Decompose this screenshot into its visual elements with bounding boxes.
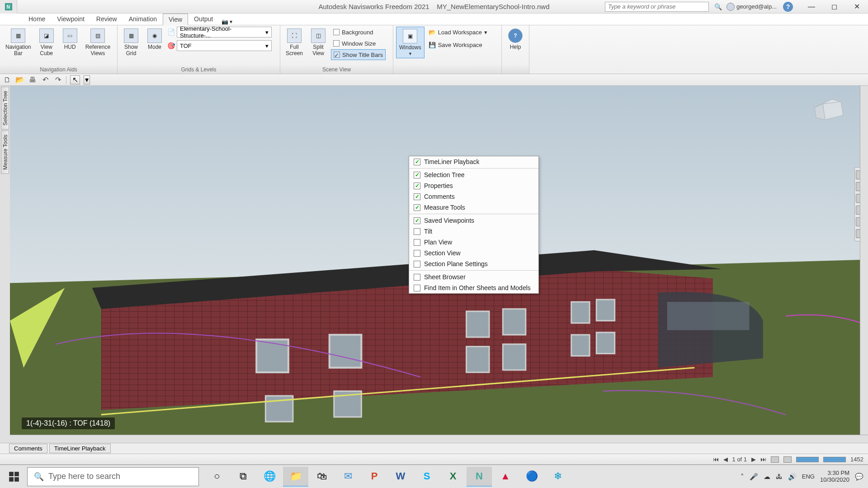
maximize-button[interactable]: ◻: [823, 0, 845, 14]
minimize-button[interactable]: —: [800, 0, 823, 14]
app-menu-button[interactable]: N: [0, 0, 17, 14]
help-icon[interactable]: ?: [783, 2, 793, 12]
excel-icon[interactable]: X: [440, 467, 466, 487]
edge-icon[interactable]: 🌐: [257, 467, 282, 487]
save-workspace-button[interactable]: 💾Save Workspace: [426, 39, 490, 50]
show-grid-button[interactable]: ▦Show Grid: [120, 27, 142, 58]
sheet-nav-next-icon[interactable]: ▶: [751, 456, 756, 463]
network-icon[interactable]: 🖧: [776, 473, 783, 480]
store-icon[interactable]: 🛍: [309, 467, 335, 487]
volume-icon[interactable]: 🔊: [788, 473, 797, 481]
background-button[interactable]: Background: [331, 27, 386, 38]
vertical-scrollbar[interactable]: [860, 86, 868, 435]
task-view-icon[interactable]: ⧉: [231, 467, 256, 487]
grid-structure-dropdown[interactable]: Elementary-School-Structure-...▾: [177, 27, 272, 38]
tab-animation[interactable]: Animation: [123, 13, 163, 25]
windows-menu-item[interactable]: ✓Measure Tools: [409, 202, 538, 213]
tab-review[interactable]: Review: [90, 13, 123, 25]
infocenter-search-input[interactable]: [605, 2, 709, 12]
checkbox-icon: [333, 40, 340, 47]
view-cube-button[interactable]: ◪View Cube: [36, 27, 57, 58]
measure-tools-tab[interactable]: Measure Tools: [1, 131, 9, 174]
comments-tab[interactable]: Comments: [9, 444, 47, 453]
grid-level-dropdown[interactable]: TOF▾: [177, 40, 272, 51]
sheet-nav-prev-icon[interactable]: ◀: [723, 456, 728, 463]
windows-menu-item[interactable]: Find Item in Other Sheets and Models: [409, 282, 538, 293]
account-button[interactable]: georged@alp...: [726, 3, 777, 11]
select-tool-button[interactable]: ↖: [70, 75, 80, 84]
horizontal-scrollbar[interactable]: [10, 435, 868, 443]
sheet-icon[interactable]: [771, 456, 779, 463]
group-workspace: ▣Windows▼ 📂Load Workspace▾ 💾Save Workspa…: [393, 25, 502, 74]
windows-menu-item[interactable]: Tilt: [409, 226, 538, 237]
windows-button[interactable]: ▣Windows▼: [396, 27, 425, 58]
file-explorer-icon[interactable]: 📁: [283, 467, 308, 487]
undo-icon[interactable]: ↶: [41, 75, 50, 84]
windows-menu-item[interactable]: ✓Saved Viewpoints: [409, 215, 538, 226]
split-view-button[interactable]: ◫Split View: [307, 27, 329, 58]
group-help: ?Help: [502, 25, 529, 74]
grid-mode-button[interactable]: ◉Mode: [144, 27, 165, 52]
cortana-icon[interactable]: ○: [204, 467, 230, 487]
windows-menu-item[interactable]: ✓Comments: [409, 191, 538, 202]
mail-icon[interactable]: ✉: [335, 467, 361, 487]
timeliner-playback-tab[interactable]: TimeLiner Playback: [49, 444, 111, 453]
windows-menu-item[interactable]: ✓TimeLiner Playback: [409, 156, 538, 167]
new-icon[interactable]: 🗋: [3, 75, 12, 84]
title-bar: N Autodesk Navisworks Freedom 2021 MY_Ne…: [0, 0, 868, 14]
redo-icon[interactable]: ↷: [53, 75, 62, 84]
windows-menu-item[interactable]: ✓Selection Tree: [409, 169, 538, 180]
print-icon[interactable]: 🖶: [28, 75, 37, 84]
menu-item-label: Saved Viewpoints: [424, 217, 474, 224]
progress-bar-2: [823, 457, 846, 462]
app-icon[interactable]: ❄: [545, 467, 571, 487]
checkbox-icon: [414, 274, 420, 281]
windows-menu-item[interactable]: Section Plane Settings: [409, 258, 538, 269]
tab-viewpoint[interactable]: Viewpoint: [51, 13, 90, 25]
system-tray: ˄ 🎤 ☁ 🖧 🔊 ENG 3:30 PM 10/30/2020 💬: [741, 470, 866, 483]
svg-rect-19: [596, 333, 614, 354]
notifications-icon[interactable]: 💬: [855, 473, 863, 481]
acrobat-icon[interactable]: ▲: [493, 467, 518, 487]
group-label: [502, 66, 529, 74]
full-screen-button[interactable]: ⛶Full Screen: [283, 27, 306, 58]
chrome-icon[interactable]: 🔵: [519, 467, 544, 487]
tab-output[interactable]: Output: [188, 13, 219, 25]
reference-views-button[interactable]: ▤Reference Views: [83, 27, 113, 58]
word-icon[interactable]: W: [388, 467, 413, 487]
tab-view[interactable]: View: [163, 14, 188, 25]
show-title-bars-button[interactable]: ✓Show Title Bars: [331, 49, 386, 60]
sheet-nav-last-icon[interactable]: ⏭: [760, 456, 766, 463]
taskbar-search-input[interactable]: 🔍 Type here to search: [27, 467, 199, 486]
ribbon-options-button[interactable]: 📷 ▾: [222, 19, 232, 25]
navigation-bar-icon: ▦: [11, 28, 25, 43]
help-button[interactable]: ?Help: [505, 27, 526, 52]
navisworks-icon[interactable]: N: [467, 467, 492, 487]
windows-menu-item[interactable]: ✓Properties: [409, 180, 538, 191]
navigation-bar-button[interactable]: ▦Navigation Bar: [3, 27, 34, 58]
windows-menu-item[interactable]: Plan View: [409, 237, 538, 248]
skype-icon[interactable]: S: [414, 467, 439, 487]
powerpoint-icon[interactable]: P: [362, 467, 387, 487]
hud-button[interactable]: ▭HUD: [59, 27, 81, 52]
sheet-nav-first-icon[interactable]: ⏮: [713, 456, 719, 463]
infocenter-search-icon[interactable]: 🔍: [712, 3, 725, 10]
svg-rect-18: [571, 335, 590, 356]
load-workspace-button[interactable]: 📂Load Workspace▾: [426, 27, 490, 38]
language-indicator[interactable]: ENG: [802, 473, 815, 480]
tray-overflow-icon[interactable]: ˄: [741, 473, 744, 481]
tab-home[interactable]: Home: [23, 13, 51, 25]
selection-tree-tab[interactable]: Selection Tree: [1, 87, 9, 130]
microphone-icon[interactable]: 🎤: [750, 473, 758, 481]
window-size-button[interactable]: Window Size: [331, 38, 386, 49]
select-dropdown-button[interactable]: ▾: [84, 75, 90, 84]
windows-menu-item[interactable]: Section View: [409, 248, 538, 258]
close-button[interactable]: ✕: [845, 0, 868, 14]
group-label: Scene View: [280, 66, 393, 74]
start-button[interactable]: [2, 467, 26, 487]
view-cube-widget[interactable]: [809, 95, 850, 131]
open-icon[interactable]: 📂: [15, 75, 24, 84]
clock[interactable]: 3:30 PM 10/30/2020: [820, 470, 849, 483]
onedrive-icon[interactable]: ☁: [764, 473, 770, 481]
windows-menu-item[interactable]: Sheet Browser: [409, 272, 538, 282]
